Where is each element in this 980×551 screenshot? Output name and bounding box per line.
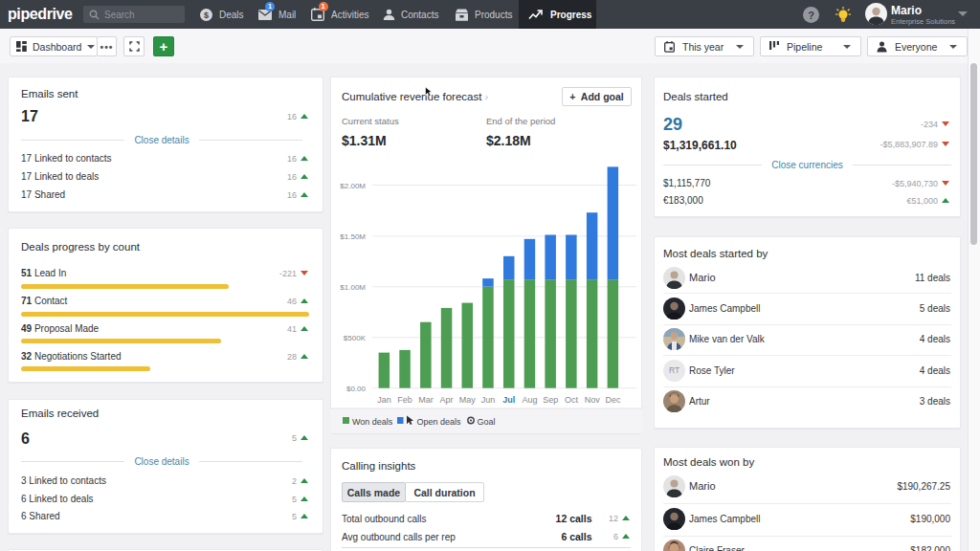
svg-text:Jan: Jan [377,395,391,405]
svg-text:Dec: Dec [605,395,621,405]
svg-text:Nov: Nov [585,395,601,405]
svg-text:Sep: Sep [543,395,558,405]
svg-text:Won deals: Won deals [352,417,393,427]
svg-text:$1.50M: $1.50M [340,232,366,241]
svg-text:$500K: $500K [344,334,367,342]
svg-text:Mar: Mar [418,395,434,405]
svg-text:$2.00M: $2.00M [340,182,366,190]
svg-text:?: ? [808,9,814,20]
svg-text:Apr: Apr [440,395,454,405]
svg-text:May: May [459,395,477,405]
svg-text:$0.00: $0.00 [346,385,367,393]
svg-text:Goal: Goal [478,417,496,427]
svg-text:Open deals: Open deals [417,417,462,427]
svg-text:Feb: Feb [397,395,412,405]
svg-text:Jul: Jul [502,395,515,405]
svg-text:Aug: Aug [522,395,537,405]
svg-text:Oct: Oct [565,395,579,405]
svg-text:$: $ [204,10,209,19]
svg-text:$1.00M: $1.00M [340,283,366,292]
svg-text:Jun: Jun [481,395,496,405]
